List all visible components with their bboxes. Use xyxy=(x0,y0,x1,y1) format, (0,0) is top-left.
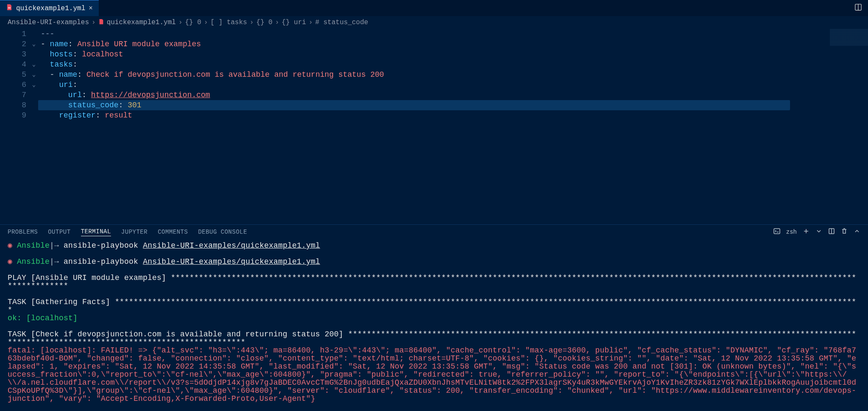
chevron-up-icon[interactable] xyxy=(854,228,860,236)
fold-gutter[interactable]: ⌄ ⌄ ⌄ ⌄ xyxy=(30,29,38,120)
crumb-item[interactable]: {} 0 xyxy=(256,19,273,26)
editor-tab[interactable]: quickexample1.yml × xyxy=(0,0,99,16)
line-number-gutter: 1 2 3 4 5 6 7 8 9 xyxy=(3,29,30,120)
tab-output[interactable]: OUTPUT xyxy=(48,229,70,235)
crumb-folder[interactable]: Ansible-URI-examples xyxy=(8,19,89,26)
trash-icon[interactable] xyxy=(841,228,848,236)
crumb-file[interactable]: quickexample1.yml xyxy=(107,19,176,26)
tab-label: quickexample1.yml xyxy=(16,5,85,12)
breadcrumb[interactable]: Ansible-URI-examples › quickexample1.yml… xyxy=(0,16,868,29)
split-editor-icon[interactable] xyxy=(854,3,862,13)
asterisk-fill: ****************************************… xyxy=(8,298,856,314)
yaml-file-icon xyxy=(6,4,13,13)
modified-dot-icon: ◉ xyxy=(8,257,17,266)
tab-bar: quickexample1.yml × xyxy=(0,0,868,16)
new-terminal-icon[interactable] xyxy=(803,228,810,236)
terminal-output[interactable]: ◉ Ansible|→ ansible-playbook Ansible-URI… xyxy=(0,239,868,411)
tab-jupyter[interactable]: JUPYTER xyxy=(121,229,147,235)
minimap[interactable] xyxy=(830,29,868,114)
svg-rect-2 xyxy=(774,229,780,234)
tab-comments[interactable]: COMMENTS xyxy=(158,229,188,235)
terminal-shell-icon[interactable] xyxy=(773,228,780,236)
bottom-panel: PROBLEMS OUTPUT TERMINAL JUPYTER COMMENT… xyxy=(0,224,868,411)
code-content[interactable]: --- - name: Ansible URI module examples … xyxy=(38,29,830,120)
modified-dot-icon: ◉ xyxy=(8,241,17,250)
tab-debug-console[interactable]: DEBUG CONSOLE xyxy=(198,229,247,235)
terminal-shell-label[interactable]: zsh xyxy=(786,229,797,235)
yaml-file-icon xyxy=(98,19,104,27)
code-editor[interactable]: 1 2 3 4 5 6 7 8 9 ⌄ ⌄ ⌄ ⌄ --- - name: An… xyxy=(0,29,868,120)
split-terminal-icon[interactable] xyxy=(828,228,835,236)
crumb-item[interactable]: {} 0 xyxy=(185,19,201,26)
crumb-item[interactable]: # status_code xyxy=(315,19,368,26)
close-icon[interactable]: × xyxy=(89,5,93,12)
tab-terminal[interactable]: TERMINAL xyxy=(81,228,111,236)
crumb-item[interactable]: [ ] tasks xyxy=(211,19,247,26)
tab-problems[interactable]: PROBLEMS xyxy=(8,229,38,235)
panel-tab-bar: PROBLEMS OUTPUT TERMINAL JUPYTER COMMENT… xyxy=(0,225,868,239)
chevron-down-icon[interactable] xyxy=(815,228,822,236)
crumb-item[interactable]: {} uri xyxy=(282,19,306,26)
